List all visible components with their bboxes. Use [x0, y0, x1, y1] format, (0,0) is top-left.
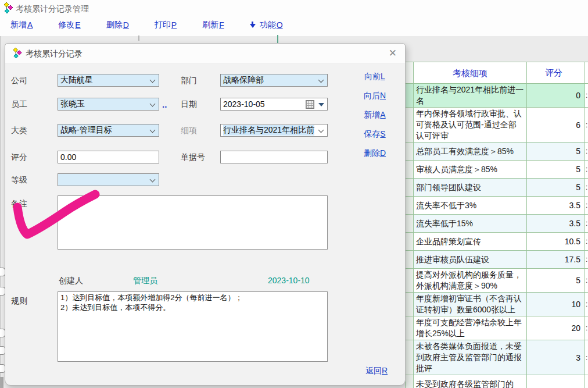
- table-row[interactable]: 提高对外派机构的服务质量，外派机构满意度＞90% 5 :: [406, 269, 588, 293]
- cell-item: 行业排名与2021年相比前进一名: [414, 84, 527, 107]
- nav-button-label: 向后: [364, 91, 380, 100]
- row-gutter: [406, 108, 414, 142]
- toolbar-button[interactable]: 刷新F: [202, 20, 224, 30]
- cell-item: 提高对外派机构的服务质量，外派机构满意度＞90%: [414, 269, 527, 292]
- cell-item-text: 年内保持各领域行政审批、认可资格及认可范围-通过全部认可评审: [416, 108, 524, 141]
- table-row[interactable]: 年度可支配经营净结余较上年增长25%以上 20 :: [406, 316, 588, 340]
- table-row[interactable]: 审核人员满意度＞85% 5 :: [406, 161, 588, 179]
- grade-select[interactable]: [58, 173, 159, 186]
- cell-score: 20: [527, 316, 585, 340]
- doc-no-input[interactable]: [220, 151, 328, 163]
- table-row[interactable]: 未被各类媒体负面报道，未受到政府主管及监管部门的通报批评 3 :: [406, 340, 588, 375]
- table-row[interactable]: 部门领导团队建设 5 :: [406, 179, 588, 197]
- clipped-column: [585, 62, 588, 83]
- table-row[interactable]: 未受到政府各级监管部门的: [406, 375, 588, 388]
- table-row[interactable]: 流失率低于15% 3.5 :: [406, 215, 588, 233]
- calendar-dropdown-arrow[interactable]: [318, 103, 324, 106]
- calendar-icon: [306, 100, 314, 109]
- nav-button[interactable]: 删除D: [352, 148, 398, 160]
- nav-button[interactable]: 新增A: [352, 110, 398, 122]
- toolbar-button[interactable]: 打印P: [155, 20, 177, 30]
- remark-label: 备注: [11, 199, 27, 209]
- rule-textarea[interactable]: 1）达到目标值，本项额外增加得2分（每前进一名）； 2）未达到目标值，本项不得分…: [58, 291, 328, 362]
- cell-item-text: 提高对外派机构的服务质量，外派机构满意度＞90%: [416, 269, 524, 291]
- return-button[interactable]: 返回R: [356, 366, 397, 378]
- table-row[interactable]: 总部员工有效满意度＞85% 5 :: [406, 143, 588, 161]
- creator-date: 2023-10-10: [268, 276, 310, 285]
- toolbar-button-key: A: [27, 20, 33, 30]
- nav-button-label: 删除: [364, 148, 380, 158]
- clipped-cell: :: [585, 293, 588, 316]
- department-select[interactable]: 战略保障部: [220, 74, 328, 87]
- clipped-cell: :: [585, 251, 588, 268]
- nav-button[interactable]: 向前L: [352, 72, 398, 83]
- toolbar-button-label: 功能: [260, 20, 276, 30]
- toolbar-button[interactable]: 删除D: [106, 20, 129, 30]
- cell-item-text: 年度可支配经营净结余较上年增长25%以上: [416, 317, 524, 339]
- dialog-titlebar: 考核累计分记录 ✕: [5, 44, 405, 64]
- detail-select[interactable]: 行业排名与2021年相比前: [220, 124, 328, 137]
- clipped-cell: :: [585, 179, 588, 196]
- table-row[interactable]: 流失率不低于3% 3.5 :: [406, 197, 588, 215]
- assessment-table: 考核细项 评分 行业排名与2021年相比前进一名 0 : 年内保持各领域行政审批…: [405, 62, 588, 388]
- row-gutter: [406, 293, 414, 316]
- table-row[interactable]: 企业品牌策划宣传 10.5 :: [406, 233, 588, 251]
- chevron-down-icon: [318, 127, 324, 133]
- company-select[interactable]: 大陆航星: [58, 74, 159, 87]
- remark-textarea[interactable]: [58, 195, 328, 250]
- department-label: 部门: [181, 76, 197, 86]
- main-window-titlebar: 考核累计分记录管理 新增A修改E删除D打印P刷新F功能O: [0, 0, 588, 36]
- cell-item-text: 流失率不低于3%: [416, 200, 476, 211]
- table-row[interactable]: 行业排名与2021年相比前进一名 0 :: [406, 84, 588, 108]
- cell-item: 部门领导团队建设: [414, 179, 527, 196]
- category-select[interactable]: 战略-管理目标: [58, 124, 159, 137]
- app-icon: [3, 2, 13, 17]
- nav-button-label: 向前: [364, 72, 381, 81]
- clipped-cell: :: [585, 84, 588, 107]
- company-value: 大陆航星: [60, 75, 93, 86]
- date-input[interactable]: 2023-10-05: [220, 98, 328, 111]
- toolbar-button-label: 打印: [155, 20, 171, 30]
- cell-item-text: 部门领导团队建设: [416, 182, 481, 193]
- nav-button[interactable]: 保存S: [352, 129, 398, 141]
- cell-item: 未被各类媒体负面报道，未受到政府主管及监管部门的通报批评: [414, 340, 527, 375]
- cell-score: 10.5: [527, 233, 585, 250]
- table-row[interactable]: 年度新增初审证书（不含再认证转初审）数量6000张以上 10 :: [406, 293, 588, 316]
- table-row[interactable]: 推进审核员队伍建设 17.5 :: [406, 251, 588, 269]
- row-gutter: [406, 251, 414, 268]
- cell-item-text: 企业品牌策划宣传: [416, 236, 481, 247]
- browse-button[interactable]: ..: [162, 99, 167, 109]
- nav-button-key: S: [380, 129, 385, 138]
- row-gutter: [406, 179, 414, 196]
- table-gutter: [406, 62, 414, 83]
- score-input[interactable]: [58, 151, 159, 163]
- table-row[interactable]: 年内保持各领域行政审批、认可资格及认可范围-通过全部认可评审 6 :: [406, 108, 588, 143]
- nav-button[interactable]: 向后N: [352, 91, 398, 102]
- cell-score: 10: [527, 293, 585, 316]
- toolbar-button-label: 删除: [106, 20, 123, 30]
- employee-label: 员工: [11, 99, 27, 110]
- column-header-score: 评分: [527, 62, 585, 83]
- toolbar-button-label: 修改: [58, 20, 74, 30]
- cell-score: 0: [527, 84, 585, 107]
- employee-value: 张晓玉: [60, 99, 85, 109]
- nav-button-key: L: [381, 72, 385, 81]
- clipped-cell: :: [585, 108, 588, 142]
- row-gutter: [406, 84, 414, 107]
- employee-select[interactable]: 张晓玉: [58, 98, 159, 111]
- cell-score: 17.5: [527, 251, 585, 268]
- doc-no-label: 单据号: [181, 152, 205, 163]
- cell-score: 5: [527, 269, 585, 292]
- cell-item: 推进审核员队伍建设: [414, 251, 527, 268]
- toolbar-button[interactable]: 修改E: [58, 20, 80, 30]
- toolbar-button[interactable]: 功能O: [250, 20, 283, 30]
- nav-button-key: A: [380, 110, 385, 119]
- cell-score: 3.5: [527, 215, 585, 232]
- cell-item: 审核人员满意度＞85%: [414, 161, 527, 178]
- record-dialog: 考核累计分记录 ✕ 公司 大陆航星 部门 战略保障部 员工 张晓玉 .. 日期 …: [5, 43, 406, 386]
- close-icon[interactable]: ✕: [389, 48, 397, 59]
- toolbar-button[interactable]: 新增A: [10, 20, 33, 30]
- nav-button-label: 保存: [364, 129, 380, 138]
- date-value: 2023-10-05: [223, 99, 265, 109]
- dialog-title: 考核累计分记录: [26, 49, 83, 59]
